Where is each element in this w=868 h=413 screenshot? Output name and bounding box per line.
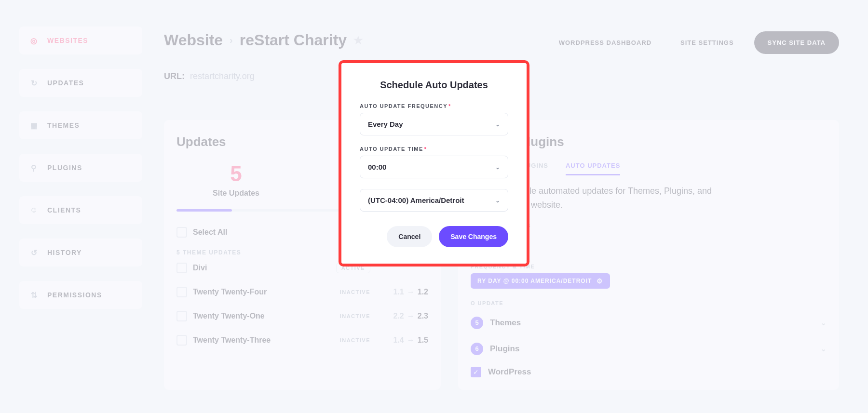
required-icon: * bbox=[448, 103, 451, 109]
modal-overlay: Schedule Auto Updates AUTO UPDATE FREQUE… bbox=[0, 0, 868, 413]
modal-title: Schedule Auto Updates bbox=[360, 80, 508, 91]
time-value: 00:00 bbox=[368, 163, 386, 171]
time-select[interactable]: 00:00 ⌄ bbox=[360, 156, 508, 178]
frequency-select[interactable]: Every Day ⌄ bbox=[360, 113, 508, 135]
timezone-value: (UTC-04:00) America/Detroit bbox=[368, 196, 464, 204]
schedule-auto-updates-modal: Schedule Auto Updates AUTO UPDATE FREQUE… bbox=[341, 63, 527, 264]
chevron-down-icon: ⌄ bbox=[495, 164, 500, 171]
chevron-down-icon: ⌄ bbox=[495, 197, 500, 204]
cancel-button[interactable]: Cancel bbox=[387, 226, 432, 247]
frequency-label: AUTO UPDATE FREQUENCY* bbox=[360, 103, 508, 109]
timezone-select[interactable]: (UTC-04:00) America/Detroit ⌄ bbox=[360, 189, 508, 212]
required-icon: * bbox=[424, 146, 427, 152]
chevron-down-icon: ⌄ bbox=[495, 121, 500, 128]
save-changes-button[interactable]: Save Changes bbox=[439, 226, 508, 247]
modal-highlight-frame: Schedule Auto Updates AUTO UPDATE FREQUE… bbox=[339, 60, 529, 266]
frequency-value: Every Day bbox=[368, 120, 403, 128]
time-label: AUTO UPDATE TIME* bbox=[360, 146, 508, 152]
